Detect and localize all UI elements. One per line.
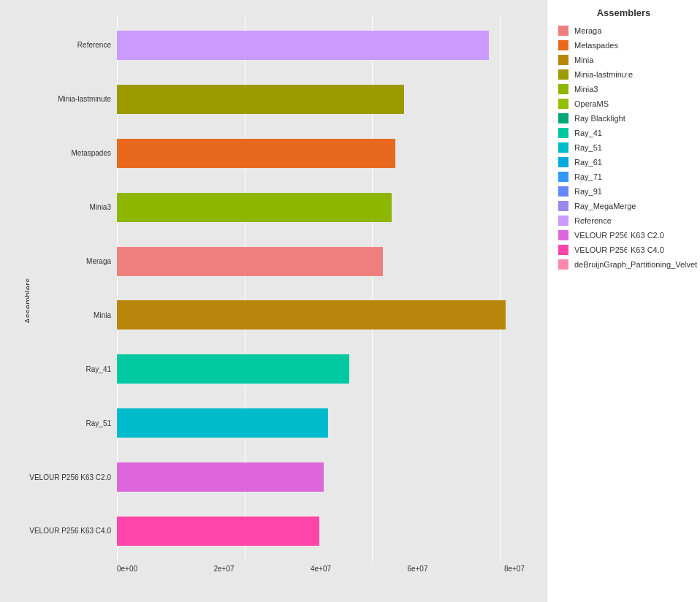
bars-container: ReferenceMinia-lastminuteMetaspadesMinia… bbox=[29, 15, 539, 562]
legend-swatch bbox=[558, 55, 568, 65]
bar-track bbox=[117, 247, 539, 276]
legend-swatch bbox=[558, 113, 568, 123]
legend-item: Ray_91 bbox=[558, 186, 689, 197]
x-tick: 2e+07 bbox=[213, 565, 234, 573]
bar-track bbox=[117, 517, 539, 546]
legend-label: Metaspades bbox=[574, 41, 618, 50]
bar-track bbox=[117, 354, 539, 384]
legend-swatch bbox=[558, 245, 568, 255]
bar-row: Ray_51 bbox=[29, 402, 539, 444]
legend-swatch bbox=[558, 186, 568, 197]
legend-swatch bbox=[558, 84, 568, 94]
legend-item: Ray_41 bbox=[558, 128, 689, 138]
legend-panel: Assemblers MeragaMetaspadesMiniaMinia-la… bbox=[547, 0, 700, 602]
legend-swatch bbox=[558, 201, 568, 211]
bar-fill bbox=[117, 193, 392, 222]
bar-fill bbox=[117, 300, 506, 329]
legend-swatch bbox=[558, 142, 568, 153]
bar-label: VELOUR P256 K63 C4.0 bbox=[29, 527, 117, 535]
legend-title: Assemblers bbox=[558, 7, 689, 18]
legend-item: Meraga bbox=[558, 26, 689, 36]
plot-area: ReferenceMinia-lastminuteMetaspadesMinia… bbox=[29, 15, 539, 562]
legend-item: Ray Blacklight bbox=[558, 113, 689, 123]
bar-row: Reference bbox=[29, 24, 539, 66]
bar-track bbox=[117, 300, 539, 329]
legend-swatch bbox=[558, 216, 568, 226]
legend-swatch bbox=[558, 40, 568, 50]
x-tick: 6e+07 bbox=[407, 565, 427, 573]
legend-label: Ray_41 bbox=[574, 129, 602, 137]
bar-label: Meraga bbox=[29, 257, 117, 265]
legend-swatch bbox=[558, 157, 568, 167]
legend-swatch bbox=[558, 99, 568, 109]
legend-swatch bbox=[558, 26, 568, 36]
bar-fill bbox=[117, 85, 404, 114]
bar-fill bbox=[117, 517, 319, 546]
legend-swatch bbox=[558, 230, 568, 240]
bar-fill bbox=[117, 139, 395, 168]
bar-label: Metaspades bbox=[29, 149, 117, 157]
legend-swatch bbox=[558, 128, 568, 138]
legend-swatch bbox=[558, 259, 568, 270]
x-tick: 4e+07 bbox=[311, 565, 331, 573]
bar-track bbox=[117, 193, 539, 222]
legend-label: Ray_71 bbox=[574, 172, 602, 181]
bar-label: VELOUR P256 K63 C2.0 bbox=[29, 473, 117, 481]
bar-fill bbox=[117, 462, 324, 492]
legend-item: OperaMS bbox=[558, 99, 689, 109]
legend-label: Ray_91 bbox=[574, 187, 602, 196]
legend-label: Ray_MegaMerge bbox=[574, 202, 636, 210]
bar-row: VELOUR P256 K63 C2.0 bbox=[29, 456, 539, 498]
legend-item: deBruijnGraph_Partitioning_Velvet bbox=[558, 259, 689, 270]
legend-item: VELOUR P256 K63 C2.0 bbox=[558, 230, 689, 240]
legend-item: Ray_61 bbox=[558, 157, 689, 167]
legend-item: Minia-lastminute bbox=[558, 69, 689, 80]
chart-area: Assemblers ReferenceMinia-lastminuteMeta… bbox=[0, 0, 547, 602]
bar-fill bbox=[117, 354, 349, 384]
legend-label: Ray_51 bbox=[574, 143, 602, 152]
bar-track bbox=[117, 85, 539, 114]
legend-label: VELOUR P256 K63 C4.0 bbox=[574, 245, 664, 254]
legend-label: Minia3 bbox=[574, 85, 598, 94]
bar-row: Metaspades bbox=[29, 132, 539, 175]
legend-label: Minia bbox=[574, 56, 593, 64]
legend-label: Reference bbox=[574, 216, 612, 225]
legend-label: Ray_61 bbox=[574, 158, 602, 167]
bar-label: Minia3 bbox=[29, 203, 117, 211]
bar-track bbox=[117, 139, 539, 168]
legend-label: Ray Blacklight bbox=[574, 114, 625, 123]
legend-item: Metaspades bbox=[558, 40, 689, 50]
x-tick: 0e+00 bbox=[117, 565, 137, 573]
legend-item: Ray_71 bbox=[558, 172, 689, 182]
bar-row: Minia-lastminute bbox=[29, 78, 539, 121]
bar-row: Minia3 bbox=[29, 186, 539, 229]
bar-row: Ray_41 bbox=[29, 348, 539, 390]
bar-label: Reference bbox=[29, 41, 117, 49]
legend-item: VELOUR P256 K63 C4.0 bbox=[558, 245, 689, 255]
legend-label: OperaMS bbox=[574, 99, 609, 108]
bar-row: Minia bbox=[29, 294, 539, 336]
legend-item: Minia bbox=[558, 55, 689, 65]
bar-track bbox=[117, 31, 539, 60]
legend-label: Minia-lastminute bbox=[574, 70, 633, 79]
legend-item: Ray_51 bbox=[558, 142, 689, 153]
legend-item: Reference bbox=[558, 216, 689, 226]
bar-track bbox=[117, 462, 539, 492]
legend-swatch bbox=[558, 172, 568, 182]
legend-label: Meraga bbox=[574, 26, 601, 35]
bar-fill bbox=[117, 247, 383, 276]
legend-label: VELOUR P256 K63 C2.0 bbox=[574, 231, 664, 240]
legend-swatch bbox=[558, 69, 568, 80]
bar-fill bbox=[117, 31, 489, 60]
bar-label: Ray_51 bbox=[29, 419, 117, 427]
x-tick: 8e+07 bbox=[504, 565, 525, 573]
legend-label: deBruijnGraph_Partitioning_Velvet bbox=[574, 260, 697, 269]
bar-row: Meraga bbox=[29, 240, 539, 283]
bar-fill bbox=[117, 408, 328, 438]
bar-label: Minia bbox=[29, 311, 117, 319]
legend-item: Ray_MegaMerge bbox=[558, 201, 689, 211]
legend-item: Minia3 bbox=[558, 84, 689, 94]
bar-label: Minia-lastminute bbox=[29, 95, 117, 103]
bar-track bbox=[117, 408, 539, 438]
bar-row: VELOUR P256 K63 C4.0 bbox=[29, 510, 539, 552]
